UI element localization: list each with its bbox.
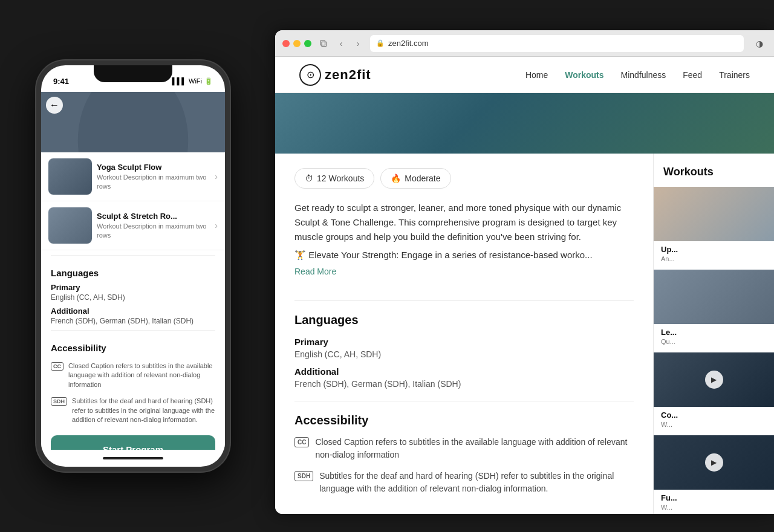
- card-image: [654, 187, 774, 241]
- cc-badge: CC: [294, 437, 309, 447]
- phone-home-bar: [41, 450, 225, 467]
- primary-label: Primary: [51, 283, 215, 292]
- sdh-badge: SDH: [294, 471, 313, 481]
- wifi-icon: WiFi: [189, 77, 202, 85]
- cc-description: Closed Caption refers to subtitles in th…: [68, 362, 215, 389]
- nav-home[interactable]: Home: [525, 70, 548, 80]
- phone-hero-image: ←: [41, 92, 225, 152]
- play-button[interactable]: ▶: [705, 453, 723, 472]
- start-program-button[interactable]: Start Program: [51, 435, 215, 450]
- nav-trainers[interactable]: Trainers: [719, 70, 750, 80]
- chevron-right-icon: ›: [215, 221, 218, 230]
- accessibility-section-title: Accessibility: [51, 343, 215, 353]
- sdh-description: Subtitles for the deaf and hard of heari…: [72, 397, 215, 424]
- list-item[interactable]: Sculpt & Stretch Ro... Workout Descripti…: [41, 201, 225, 250]
- item-text: Yoga Sculpt Flow Workout Description in …: [92, 163, 215, 190]
- workouts-sidebar: Workouts Up... An... Le... Qu...: [653, 154, 774, 514]
- sidebar-card[interactable]: Up... An...: [654, 187, 774, 267]
- primary-label: Primary: [294, 337, 634, 347]
- additional-label: Additional: [51, 307, 215, 316]
- accessibility-section-title: Accessibility: [294, 414, 634, 427]
- read-more-link[interactable]: Read More: [294, 267, 336, 276]
- difficulty-badge: 🔥 Moderate: [380, 168, 450, 189]
- item-text: Sculpt & Stretch Ro... Workout Descripti…: [92, 212, 215, 239]
- split-view-icon[interactable]: ⧉: [320, 38, 327, 49]
- phone-mockup: 9:41 ▌▌▌ WiFi 🔋 ← Yoga Sculpt Flow Worko…: [36, 60, 230, 472]
- card-title: Fu...: [661, 493, 767, 502]
- logo-text: zen2fit: [325, 67, 371, 83]
- browser-content: ⊙ zen2fit Home Workouts Mindfulness Feed…: [275, 57, 774, 514]
- card-image: ▶: [654, 352, 774, 407]
- phone-workout-list[interactable]: Yoga Sculpt Flow Workout Description in …: [41, 152, 225, 450]
- additional-value: French (SDH), German (SDH), Italian (SDH…: [51, 317, 215, 325]
- maximize-button[interactable]: [304, 40, 311, 47]
- divider: [51, 255, 215, 256]
- accessibility-item: CC Closed Caption refers to subtitles in…: [294, 436, 634, 461]
- signal-icon: ▌▌▌: [172, 77, 186, 85]
- card-image: ▶: [654, 435, 774, 490]
- phone-back-button[interactable]: ←: [46, 97, 63, 114]
- additional-value: French (SDH), German (SDH), Italian (SDH…: [294, 379, 634, 389]
- nav-workouts[interactable]: Workouts: [565, 70, 603, 80]
- address-text: zen2fit.com: [388, 39, 428, 48]
- nav-mindfulness[interactable]: Mindfulness: [621, 70, 666, 80]
- site-logo: ⊙ zen2fit: [299, 64, 371, 86]
- sidebar-card[interactable]: ▶ Co... W...: [654, 352, 774, 433]
- item-thumbnail: [48, 158, 92, 195]
- accessibility-item: SDH Subtitles for the deaf and hard of h…: [41, 393, 225, 428]
- languages-section-title: Languages: [51, 268, 215, 278]
- forward-button[interactable]: ›: [351, 36, 365, 51]
- sdh-description: Subtitles for the deaf and hard of heari…: [319, 470, 634, 495]
- phone-screen: ← Yoga Sculpt Flow Workout Description i…: [41, 92, 225, 450]
- primary-value: English (CC, AH, SDH): [294, 349, 634, 359]
- sidebar-card[interactable]: Le... Qu...: [654, 270, 774, 350]
- lock-icon: 🔒: [376, 39, 385, 47]
- card-subtitle: W...: [661, 504, 767, 511]
- divider: [51, 330, 215, 331]
- card-title: Up...: [661, 245, 767, 254]
- clock-icon: ⏱: [305, 174, 313, 183]
- play-button[interactable]: ▶: [705, 371, 723, 389]
- section-divider: [294, 401, 634, 401]
- back-arrow-icon: ←: [50, 100, 59, 111]
- logo-icon: ⊙: [299, 64, 321, 86]
- card-image: [654, 270, 774, 324]
- phone-languages-section: Languages Primary English (CC, AH, SDH) …: [41, 261, 225, 325]
- cc-description: Closed Caption refers to subtitles in th…: [315, 436, 634, 461]
- card-title: Le...: [661, 328, 767, 337]
- close-button[interactable]: [282, 40, 290, 47]
- sidebar-title: Workouts: [654, 166, 774, 178]
- browser-nav-buttons: ‹ ›: [334, 36, 365, 51]
- theme-toggle-icon[interactable]: ◑: [752, 36, 767, 51]
- phone-accessibility-section: Accessibility: [41, 336, 225, 353]
- card-info: Co... W...: [654, 407, 774, 433]
- card-subtitle: W...: [661, 421, 767, 428]
- main-content-area: ⏱ 12 Workouts 🔥 Moderate Get ready to sc…: [275, 154, 653, 514]
- sdh-badge: SDH: [51, 397, 67, 406]
- browser-chrome: ⧉ ‹ › 🔒 zen2fit.com ◑: [275, 30, 774, 57]
- workouts-count-badge: ⏱ 12 Workouts: [294, 168, 374, 189]
- home-indicator: [103, 457, 163, 459]
- card-info: Le... Qu...: [654, 324, 774, 350]
- list-item[interactable]: Yoga Sculpt Flow Workout Description in …: [41, 152, 225, 201]
- card-title: Co...: [661, 410, 767, 420]
- difficulty-label: Moderate: [405, 174, 440, 183]
- item-thumbnail: [48, 207, 92, 244]
- sidebar-card[interactable]: ▶ Fu... W...: [654, 435, 774, 514]
- battery-icon: 🔋: [204, 77, 213, 85]
- accessibility-item: SDH Subtitles for the deaf and hard of h…: [294, 470, 634, 495]
- main-layout: ⏱ 12 Workouts 🔥 Moderate Get ready to sc…: [275, 154, 774, 514]
- address-bar[interactable]: 🔒 zen2fit.com: [370, 35, 744, 52]
- phone-frame: 9:41 ▌▌▌ WiFi 🔋 ← Yoga Sculpt Flow Worko…: [36, 60, 230, 472]
- minimize-button[interactable]: [293, 40, 301, 47]
- phone-notch: [94, 65, 172, 82]
- play-button-overlay: ▶: [654, 352, 774, 407]
- traffic-lights: [282, 40, 311, 47]
- nav-feed[interactable]: Feed: [683, 70, 702, 80]
- workouts-count-label: 12 Workouts: [317, 174, 364, 183]
- nav-links: Home Workouts Mindfulness Feed Trainers: [525, 70, 750, 80]
- back-button[interactable]: ‹: [334, 36, 348, 51]
- card-info: Fu... W...: [654, 490, 774, 514]
- section-divider: [294, 300, 634, 301]
- item-description: Workout Description in maximum two rows: [97, 222, 210, 239]
